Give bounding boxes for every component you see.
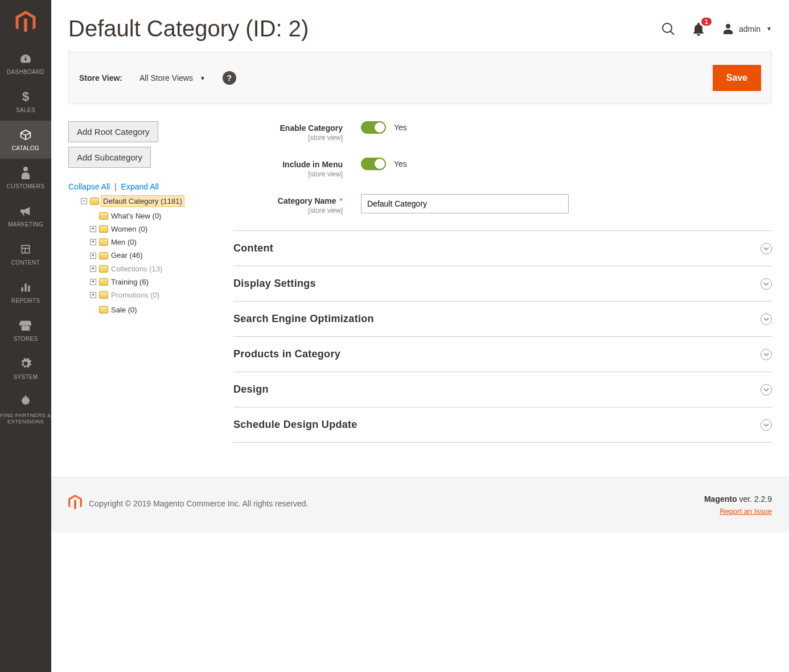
copyright-text: Copyright © 2019 Magento Commerce Inc. A… — [89, 499, 308, 508]
tree-node[interactable]: +Gear (46) — [90, 250, 144, 261]
nav-customers[interactable]: CUSTOMERS — [0, 159, 51, 197]
nav-stores[interactable]: STORES — [0, 311, 51, 349]
puzzle-icon — [19, 395, 32, 409]
accordion-section[interactable]: Schedule Design Update — [233, 407, 772, 443]
product-name: Magento — [704, 494, 737, 504]
collapse-all-link[interactable]: Collapse All — [68, 182, 110, 191]
tree-node[interactable]: +Collections (13) — [90, 263, 163, 275]
nav-catalog[interactable]: CATALOG — [0, 121, 51, 159]
nav-label: FIND PARTNERS & EXTENSIONS — [0, 412, 51, 425]
field-label: Category Name* [store view] — [233, 194, 361, 215]
page-footer: Copyright © 2019 Magento Commerce Inc. A… — [51, 477, 789, 533]
chevron-down-icon — [761, 384, 772, 395]
report-issue-link[interactable]: Report an Issue — [704, 507, 772, 516]
store-view-label: Store View: — [79, 73, 122, 83]
page-title: Default Category (ID: 2) — [68, 16, 309, 42]
field-label: Enable Category [store view] — [233, 121, 361, 142]
tree-node-label: Default Category (1181) — [101, 195, 184, 208]
folder-icon — [99, 212, 108, 220]
tree-node-root[interactable]: − Default Category (1181) — [81, 195, 184, 208]
store-view-value: All Store Views — [139, 73, 193, 83]
nav-dashboard[interactable]: DASHBOARD — [0, 44, 51, 83]
nav-content[interactable]: CONTENT — [0, 235, 51, 273]
chevron-down-icon — [761, 349, 772, 360]
save-button[interactable]: Save — [713, 65, 761, 91]
tree-node[interactable]: +Training (6) — [90, 277, 150, 288]
add-root-category-button[interactable]: Add Root Category — [68, 121, 158, 142]
expand-icon[interactable]: + — [90, 279, 96, 285]
accordion-title: Search Engine Optimization — [233, 313, 374, 325]
dollar-icon: $ — [22, 90, 30, 104]
admin-sidebar: DASHBOARD $ SALES CATALOG CUSTOMERS MARK… — [0, 0, 51, 533]
chevron-down-icon — [761, 314, 772, 325]
nav-label: SYSTEM — [14, 374, 38, 381]
accordion-section[interactable]: Products in Category — [233, 337, 772, 372]
folder-icon — [99, 265, 108, 273]
tree-node-label: What's New (0) — [110, 211, 162, 222]
notifications-button[interactable]: 1 — [692, 22, 705, 36]
svg-text:$: $ — [22, 90, 29, 103]
nav-sales[interactable]: $ SALES — [0, 83, 51, 121]
folder-icon — [99, 252, 108, 259]
magento-footer-logo-icon — [68, 494, 82, 512]
expand-all-link[interactable]: Expand All — [121, 182, 159, 191]
nav-partners[interactable]: FIND PARTNERS & EXTENSIONS — [0, 387, 51, 432]
expand-icon[interactable]: + — [90, 292, 96, 298]
expand-icon[interactable]: + — [90, 239, 96, 245]
accordion-section[interactable]: Design — [233, 372, 772, 407]
toggle-value: Yes — [394, 123, 407, 132]
tree-node[interactable]: Sale (0) — [90, 304, 138, 316]
nav-system[interactable]: SYSTEM — [0, 349, 51, 387]
footer-right: Magento ver. 2.2.9 Report an Issue — [704, 494, 772, 516]
include-in-menu-toggle[interactable] — [361, 158, 386, 170]
accordion-title: Content — [233, 242, 273, 254]
accordion-title: Display Settings — [233, 278, 316, 290]
nav-label: STORES — [14, 336, 38, 343]
nav-label: REPORTS — [11, 298, 40, 304]
expand-icon[interactable]: + — [90, 226, 96, 232]
collapse-icon[interactable]: − — [81, 198, 87, 204]
tree-node[interactable]: What's New (0) — [90, 211, 162, 222]
field-scope: [store view] — [233, 170, 343, 178]
page-header: Default Category (ID: 2) 1 admin ▼ — [51, 0, 789, 52]
accordion-title: Products in Category — [233, 348, 340, 360]
nav-marketing[interactable]: MARKETING — [0, 197, 51, 235]
chevron-down-icon — [761, 243, 772, 254]
accordion-title: Design — [233, 384, 269, 395]
folder-icon — [99, 225, 108, 233]
nav-reports[interactable]: REPORTS — [0, 273, 51, 311]
expand-icon[interactable]: + — [90, 266, 96, 272]
megaphone-icon — [19, 204, 32, 218]
nav-label: CATALOG — [12, 145, 39, 152]
enable-category-toggle[interactable] — [361, 121, 386, 134]
accordion-section[interactable]: Display Settings — [233, 266, 772, 302]
magento-logo[interactable] — [0, 0, 51, 44]
accordion-section[interactable]: Search Engine Optimization — [233, 302, 772, 337]
tree-node[interactable]: +Women (0) — [90, 224, 149, 235]
tree-node[interactable]: +Men (0) — [90, 237, 138, 248]
tree-node[interactable]: +Promotions (0) — [90, 290, 161, 301]
store-view-select[interactable]: All Store Views ▼ — [139, 73, 206, 83]
chevron-down-icon — [761, 419, 772, 431]
separator: | — [114, 182, 117, 191]
main-content: Default Category (ID: 2) 1 admin ▼ Store… — [51, 0, 789, 533]
accordion-section[interactable]: Content — [233, 230, 772, 266]
folder-icon — [99, 278, 108, 286]
search-icon[interactable] — [661, 22, 675, 36]
help-icon[interactable]: ? — [223, 71, 236, 85]
chevron-down-icon — [761, 278, 772, 290]
category-name-input[interactable] — [361, 194, 569, 213]
expand-icon[interactable]: + — [90, 253, 96, 259]
toggle-value: Yes — [394, 159, 407, 168]
add-subcategory-button[interactable]: Add Subcategory — [68, 147, 151, 168]
notification-badge: 1 — [701, 18, 712, 26]
folder-icon — [99, 306, 108, 314]
cube-icon — [19, 128, 32, 142]
user-menu[interactable]: admin ▼ — [722, 23, 772, 35]
caret-down-icon: ▼ — [200, 75, 206, 81]
tree-controls: Collapse All | Expand All — [68, 182, 216, 191]
tree-node-label: Men (0) — [110, 237, 138, 248]
category-tree: − Default Category (1181) What's New (0)… — [68, 194, 216, 316]
gauge-icon — [19, 52, 32, 65]
field-include-in-menu: Include in Menu [store view] Yes — [233, 158, 772, 178]
